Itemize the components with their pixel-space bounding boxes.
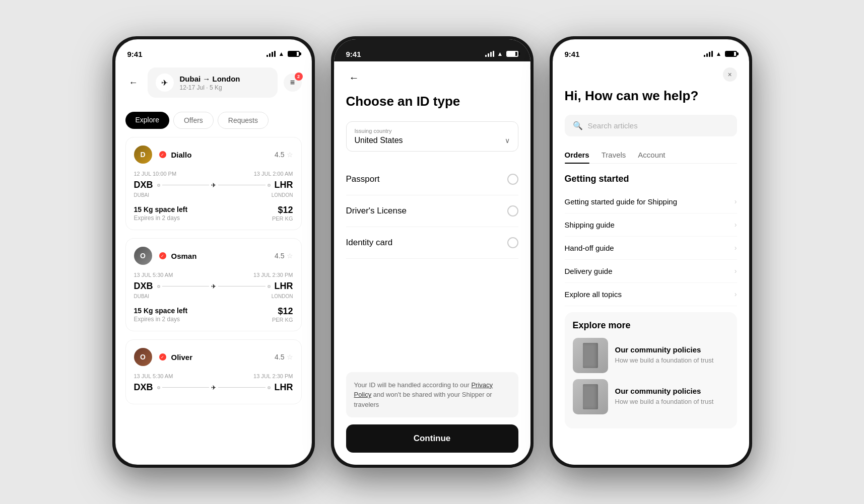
filter-icon: ≡ xyxy=(290,78,295,87)
help-item-0[interactable]: Getting started guide for Shipping › xyxy=(565,190,737,213)
drivers-license-radio[interactable] xyxy=(507,205,518,217)
route-diallo: 12 JUL 10:00 PM 13 JUL 2:00 AM DXB ✈ LHR xyxy=(134,171,293,198)
route-times-osman: 13 JUL 5:30 AM 13 JUL 2:30 PM xyxy=(134,272,293,278)
country-select[interactable]: Issuing country United States ∨ xyxy=(346,121,518,152)
chevron-icon-3: › xyxy=(735,267,737,275)
battery-icon-1 xyxy=(288,51,300,57)
id-type-title: Choose an ID type xyxy=(346,94,518,109)
door-image-1 xyxy=(573,379,608,414)
signal-icon-3 xyxy=(704,51,713,57)
explore-card-desc-1: How we build a foundation of trust xyxy=(615,397,729,406)
top-nav: ← ✈ Dubai → London 12-17 Jul · 5 Kg xyxy=(125,61,302,104)
main-tabs: Explore Offers Requests xyxy=(125,112,302,129)
status-time-1: 9:41 xyxy=(127,50,143,58)
star-icon-oliver: ☆ xyxy=(287,353,293,361)
filter-button[interactable]: ≡ 2 xyxy=(284,74,302,92)
id-option-passport[interactable]: Passport xyxy=(346,164,518,195)
trip-card[interactable]: ✈ Dubai → London 12-17 Jul · 5 Kg xyxy=(148,67,278,98)
chevron-icon-1: › xyxy=(735,221,737,229)
traveler-card-osman[interactable]: O Osman 4.5 ☆ 13 JUL 5:30 AM 13 JUL 2:30… xyxy=(125,238,302,331)
close-button[interactable]: × xyxy=(723,67,737,82)
identity-card-radio[interactable] xyxy=(507,237,518,248)
status-icons-2: ▲ xyxy=(485,50,518,57)
status-icons-1: ▲ xyxy=(267,50,300,57)
passport-radio[interactable] xyxy=(507,174,518,185)
city-labels-osman: DUBAI LONDON xyxy=(134,294,293,299)
battery-icon-2 xyxy=(506,51,518,57)
status-time-3: 9:41 xyxy=(565,50,580,58)
notch-2 xyxy=(402,39,462,53)
close-icon: × xyxy=(727,70,732,79)
explore-card-desc-0: How we build a foundation of trust xyxy=(615,356,729,365)
help-item-3[interactable]: Delivery guide › xyxy=(565,260,737,283)
traveler-name-osman: Osman xyxy=(171,252,197,260)
route-line-oliver: DXB ✈ LHR xyxy=(134,382,293,393)
traveler-info-oliver: O Oliver xyxy=(134,348,193,366)
traveler-header-oliver: O Oliver 4.5 ☆ xyxy=(134,348,293,366)
tab-account[interactable]: Account xyxy=(638,147,665,163)
status-icons-3: ▲ xyxy=(704,50,737,57)
country-value: United States xyxy=(355,136,403,145)
tab-explore[interactable]: Explore xyxy=(125,112,169,129)
star-icon-osman: ☆ xyxy=(287,252,293,260)
signal-icon-2 xyxy=(485,51,494,57)
tab-offers[interactable]: Offers xyxy=(173,112,214,129)
route-oliver: 13 JUL 5:30 AM 13 JUL 2:30 PM DXB ✈ LHR xyxy=(134,373,293,393)
explore-card-info-0: Our community policies How we build a fo… xyxy=(615,345,729,365)
flight-line: ✈ xyxy=(157,182,271,189)
status-time-2: 9:41 xyxy=(346,50,361,58)
explore-card-1[interactable]: Our community policies How we build a fo… xyxy=(573,379,729,414)
status-bar-1: 9:41 ▲ xyxy=(115,39,312,61)
wifi-icon-3: ▲ xyxy=(716,50,722,57)
search-bar[interactable]: 🔍 Search articles xyxy=(565,115,737,136)
help-item-4[interactable]: Explore all topics › xyxy=(565,283,737,306)
id-option-drivers-license[interactable]: Driver's License xyxy=(346,195,518,227)
star-icon: ☆ xyxy=(287,151,293,159)
phone-2-outer: 9:41 ▲ ← Choose an ID type xyxy=(331,36,534,468)
chevron-icon-4: › xyxy=(735,290,737,298)
verified-icon-diallo xyxy=(159,151,166,158)
explore-card-0[interactable]: Our community policies How we build a fo… xyxy=(573,338,729,373)
chevron-icon-0: › xyxy=(735,197,737,205)
tab-orders[interactable]: Orders xyxy=(565,147,589,163)
rating-diallo: 4.5 ☆ xyxy=(275,151,293,159)
back-button-1[interactable]: ← xyxy=(125,75,142,91)
help-item-label-3: Delivery guide xyxy=(565,267,613,275)
explore-thumb-1 xyxy=(573,379,608,414)
status-bar-3: 9:41 ▲ xyxy=(553,39,749,61)
phone-1-content: ← ✈ Dubai → London 12-17 Jul · 5 Kg xyxy=(115,61,312,465)
privacy-notice: Your ID will be handled according to our… xyxy=(346,372,518,418)
help-item-1[interactable]: Shipping guide › xyxy=(565,213,737,237)
traveler-card-oliver[interactable]: O Oliver 4.5 ☆ 13 JUL 5:30 AM 13 JUL 2:3… xyxy=(125,339,302,404)
chevron-icon-2: › xyxy=(735,244,737,252)
flight-line-oliver: ✈ xyxy=(157,384,271,391)
traveler-name-oliver: Oliver xyxy=(171,353,193,362)
verified-icon-oliver xyxy=(159,353,166,361)
help-header: × xyxy=(565,61,737,88)
tab-requests[interactable]: Requests xyxy=(218,112,269,129)
country-value-row: United States ∨ xyxy=(355,136,510,145)
help-title: Hi, How can we help? xyxy=(565,88,737,105)
id-option-identity-card[interactable]: Identity card xyxy=(346,227,518,259)
traveler-card-diallo[interactable]: D Diallo 4.5 ☆ 12 JUL 10:00 PM 13 JUL 2:… xyxy=(125,137,302,230)
phone-3-content: × Hi, How can we help? 🔍 Search articles… xyxy=(553,61,749,465)
trip-plane-icon: ✈ xyxy=(156,74,174,92)
price-osman: $12 PER KG xyxy=(272,306,293,323)
plane-icon-oliver: ✈ xyxy=(211,384,216,391)
trip-info: Dubai → London 12-17 Jul · 5 Kg xyxy=(180,75,240,91)
verified-icon-osman xyxy=(159,252,166,259)
country-label: Issuing country xyxy=(355,128,510,134)
avatar-oliver: O xyxy=(134,348,152,366)
explore-card-info-1: Our community policies How we build a fo… xyxy=(615,387,729,406)
wifi-icon-2: ▲ xyxy=(497,50,503,57)
back-button-2[interactable]: ← xyxy=(346,69,362,86)
city-labels-diallo: DUBAI LONDON xyxy=(134,192,293,198)
tab-travels[interactable]: Travels xyxy=(602,147,626,163)
help-item-label-4: Explore all topics xyxy=(565,290,622,299)
back-arrow-icon-2: ← xyxy=(349,72,359,84)
wifi-icon-1: ▲ xyxy=(279,50,285,57)
continue-button[interactable]: Continue xyxy=(346,424,518,453)
explore-thumb-0 xyxy=(573,338,608,373)
help-item-2[interactable]: Hand-off guide › xyxy=(565,237,737,260)
space-info-osman: 15 Kg space left Expires in 2 days xyxy=(134,307,188,323)
